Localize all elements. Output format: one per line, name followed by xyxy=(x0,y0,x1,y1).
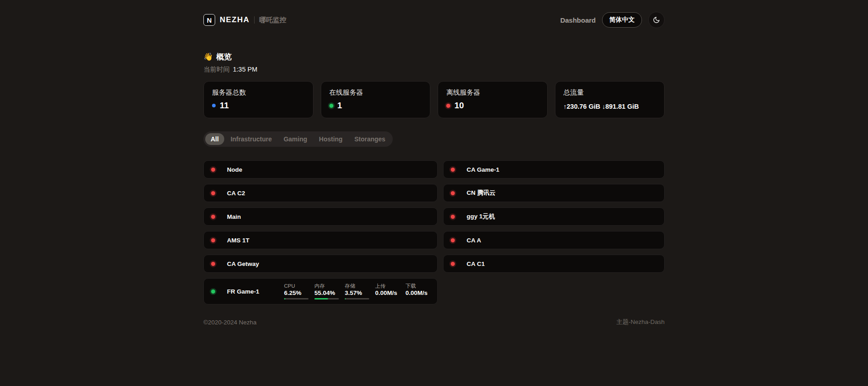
red-status-dot xyxy=(446,104,450,108)
server-row[interactable]: CA Game-1 xyxy=(443,160,665,179)
progress-bar-fill xyxy=(284,298,285,299)
stat-card-2: 离线服务器10 xyxy=(438,81,548,118)
metric-cell: 存储3.57% xyxy=(345,283,369,300)
metric-value: 0.00M/s xyxy=(375,290,400,296)
stat-card-0: 服务器总数11 xyxy=(203,81,313,118)
metric-cell: 下载0.00M/s xyxy=(405,283,430,297)
server-row[interactable]: Main xyxy=(203,207,438,226)
online-status-dot xyxy=(211,290,215,294)
offline-status-dot xyxy=(211,168,215,172)
server-name: CA A xyxy=(467,237,524,244)
server-name: FR Game-1 xyxy=(227,288,284,295)
stats-grid: 服务器总数11在线服务器1离线服务器10总流量↑230.76 GiB ↓891.… xyxy=(203,81,665,118)
stat-card-value-row: 10 xyxy=(446,101,539,111)
server-name: AMS 1T xyxy=(227,237,284,244)
offline-status-dot xyxy=(451,215,455,219)
metric-label: 上传 xyxy=(375,283,400,290)
page-container: N NEZHA 哪吒监控 Dashboard 简体中文 👋 概览 当前时间 xyxy=(203,0,665,326)
stat-card-value: 11 xyxy=(220,101,229,111)
stat-card-label: 服务器总数 xyxy=(212,88,305,97)
server-metrics: CPU6.25%内存55.04%存储3.57%上传0.00M/s下载0.00M/… xyxy=(284,283,430,300)
progress-bar xyxy=(284,298,309,299)
current-time-label: 当前时间 xyxy=(203,65,230,74)
offline-status-dot xyxy=(211,191,215,195)
header: N NEZHA 哪吒监控 Dashboard 简体中文 xyxy=(203,0,665,28)
page-title-text: 概览 xyxy=(216,52,231,62)
wave-emoji-icon: 👋 xyxy=(203,52,213,62)
theme-credit-link[interactable]: 主题-Nezha-Dash xyxy=(616,318,665,326)
metric-label: 内存 xyxy=(314,283,339,290)
tab-all[interactable]: All xyxy=(205,133,224,145)
server-name: Main xyxy=(227,213,284,220)
progress-bar-fill xyxy=(345,298,346,299)
progress-bar xyxy=(314,298,339,299)
server-row[interactable]: AMS 1T xyxy=(203,231,438,249)
page-title: 👋 概览 xyxy=(203,52,665,62)
metric-cell: CPU6.25% xyxy=(284,283,309,300)
server-row[interactable]: Node xyxy=(203,160,438,179)
language-button[interactable]: 简体中文 xyxy=(602,12,642,28)
stat-card-value-row: ↑230.76 GiB ↓891.81 GiB xyxy=(564,103,656,110)
nezha-logo-icon: N xyxy=(203,14,215,26)
metric-label: 下载 xyxy=(405,283,430,290)
moon-icon xyxy=(653,16,660,24)
server-name: Node xyxy=(227,166,284,173)
metric-value: 55.04% xyxy=(314,290,339,296)
server-row[interactable]: CA C1 xyxy=(443,255,665,273)
server-row[interactable]: CN 腾讯云 xyxy=(443,184,665,202)
metric-cell: 上传0.00M/s xyxy=(375,283,400,297)
blue-status-dot xyxy=(212,104,216,107)
metric-cell: 内存55.04% xyxy=(314,283,339,300)
stat-card-value: ↑230.76 GiB ↓891.81 GiB xyxy=(564,103,639,110)
brand[interactable]: N NEZHA 哪吒监控 xyxy=(203,14,286,26)
server-row[interactable]: CA A xyxy=(443,231,665,249)
server-name: CA Getway xyxy=(227,261,284,267)
server-name: CA C2 xyxy=(227,190,284,197)
server-row[interactable]: ggy 1元机 xyxy=(443,207,665,226)
server-name: CN 腾讯云 xyxy=(467,189,524,197)
metric-label: 存储 xyxy=(345,283,369,290)
tab-gaming[interactable]: Gaming xyxy=(278,133,313,145)
stat-card-label: 总流量 xyxy=(564,88,656,97)
theme-toggle-button[interactable] xyxy=(648,12,665,28)
stat-card-value-row: 1 xyxy=(329,101,422,111)
metric-label: CPU xyxy=(284,283,309,290)
stat-card-value-row: 11 xyxy=(212,101,305,111)
tab-storanges[interactable]: Storanges xyxy=(349,133,391,145)
server-row[interactable]: FR Game-1CPU6.25%内存55.04%存储3.57%上传0.00M/… xyxy=(203,278,438,304)
server-row[interactable]: CA C2 xyxy=(203,184,438,202)
server-row[interactable]: CA Getway xyxy=(203,255,438,273)
logo-text: NEZHA xyxy=(220,15,250,24)
metric-value: 6.25% xyxy=(284,290,309,296)
brand-divider xyxy=(254,16,255,24)
stat-card-value: 1 xyxy=(338,101,342,111)
current-time: 当前时间 1:35 PM xyxy=(203,65,665,74)
copyright-text: ©2020-2024 Nezha xyxy=(203,319,256,326)
offline-status-dot xyxy=(451,262,455,266)
stat-card-label: 在线服务器 xyxy=(329,88,422,97)
server-name: CA C1 xyxy=(467,261,524,267)
offline-status-dot xyxy=(451,238,455,242)
server-filter-tabs: AllInfrastructureGamingHostingStoranges xyxy=(203,131,393,147)
tab-hosting[interactable]: Hosting xyxy=(313,133,348,145)
server-name: ggy 1元机 xyxy=(467,212,524,221)
tab-infrastructure[interactable]: Infrastructure xyxy=(225,133,277,145)
current-time-value: 1:35 PM xyxy=(233,66,257,73)
overview-section: 👋 概览 当前时间 1:35 PM xyxy=(203,52,665,74)
progress-bar-fill xyxy=(314,298,328,299)
nav-dashboard-link[interactable]: Dashboard xyxy=(560,16,596,24)
footer: ©2020-2024 Nezha 主题-Nezha-Dash xyxy=(203,318,665,326)
offline-status-dot xyxy=(451,191,455,195)
green-status-dot xyxy=(329,104,333,108)
offline-status-dot xyxy=(211,215,215,219)
stat-card-label: 离线服务器 xyxy=(446,88,539,97)
offline-status-dot xyxy=(211,262,215,266)
offline-status-dot xyxy=(211,238,215,242)
stat-card-3: 总流量↑230.76 GiB ↓891.81 GiB xyxy=(555,81,665,118)
header-right: Dashboard 简体中文 xyxy=(560,12,665,28)
offline-status-dot xyxy=(451,168,455,172)
server-grid: NodeCA Game-1CA C2CN 腾讯云Mainggy 1元机AMS 1… xyxy=(203,160,665,304)
stat-card-1: 在线服务器1 xyxy=(321,81,431,118)
stat-card-value: 10 xyxy=(454,101,464,111)
metric-value: 0.00M/s xyxy=(405,290,430,296)
